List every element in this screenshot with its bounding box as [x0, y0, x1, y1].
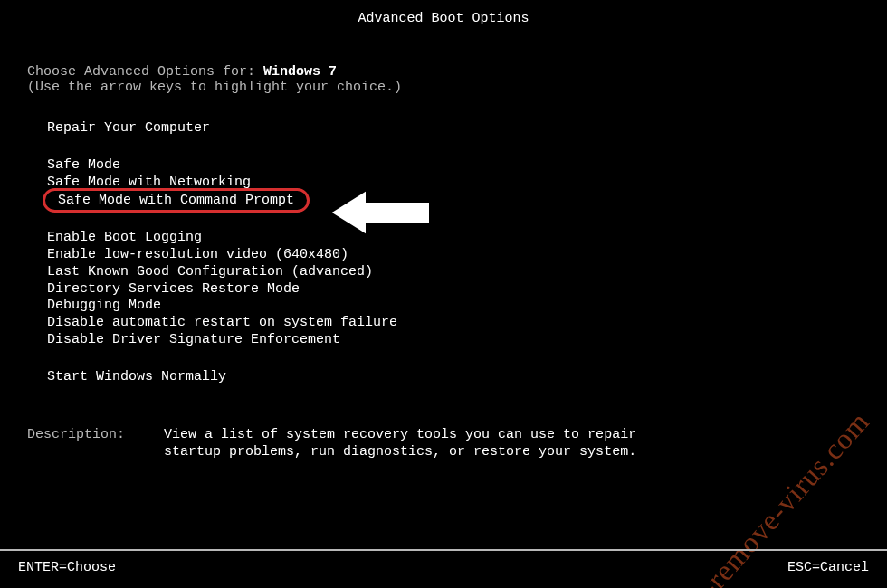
menu-item-disable-auto-restart[interactable]: Disable automatic restart on system fail…	[47, 315, 860, 332]
description-text: View a list of system recovery tools you…	[164, 427, 671, 461]
menu-group-advanced: Enable Boot Logging Enable low-resolutio…	[47, 230, 860, 348]
menu-group-normal: Start Windows Normally	[47, 369, 860, 386]
menu-group-repair: Repair Your Computer	[47, 120, 860, 138]
prompt-prefix: Choose Advanced Options for:	[27, 64, 263, 80]
description-section: Description: View a list of system recov…	[27, 427, 860, 461]
arrow-key-instruction: (Use the arrow keys to highlight your ch…	[27, 80, 860, 95]
menu-item-safe-mode-command-prompt[interactable]: Safe Mode with Command Prompt	[47, 191, 305, 210]
menu-item-debugging-mode[interactable]: Debugging Mode	[47, 298, 860, 315]
menu-item-low-resolution[interactable]: Enable low-resolution video (640x480)	[47, 247, 860, 264]
menu-item-directory-services-restore[interactable]: Directory Services Restore Mode	[47, 281, 860, 299]
menu-item-safe-mode[interactable]: Safe Mode	[47, 157, 860, 175]
prompt-line: Choose Advanced Options for: Windows 7	[27, 64, 860, 80]
menu-group-safe-mode: Safe Mode Safe Mode with Networking Safe…	[47, 157, 860, 211]
menu-item-boot-logging[interactable]: Enable Boot Logging	[47, 230, 860, 247]
footer-esc-hint: ESC=Cancel	[787, 560, 869, 575]
prompt-os: Windows 7	[263, 64, 337, 80]
highlighted-menu-item: Safe Mode with Command Prompt	[47, 191, 305, 210]
menu-item-safe-mode-networking[interactable]: Safe Mode with Networking	[47, 175, 860, 192]
description-label: Description:	[27, 427, 125, 442]
footer-enter-hint: ENTER=Choose	[18, 560, 116, 575]
menu-item-start-normally[interactable]: Start Windows Normally	[47, 369, 860, 386]
page-title: Advanced Boot Options	[0, 0, 887, 37]
menu-item-disable-driver-signature[interactable]: Disable Driver Signature Enforcement	[47, 332, 860, 349]
menu-item-last-known-good[interactable]: Last Known Good Configuration (advanced)	[47, 264, 860, 281]
menu-item-repair-computer[interactable]: Repair Your Computer	[47, 120, 860, 138]
footer-bar: ENTER=Choose ESC=Cancel	[0, 549, 887, 588]
